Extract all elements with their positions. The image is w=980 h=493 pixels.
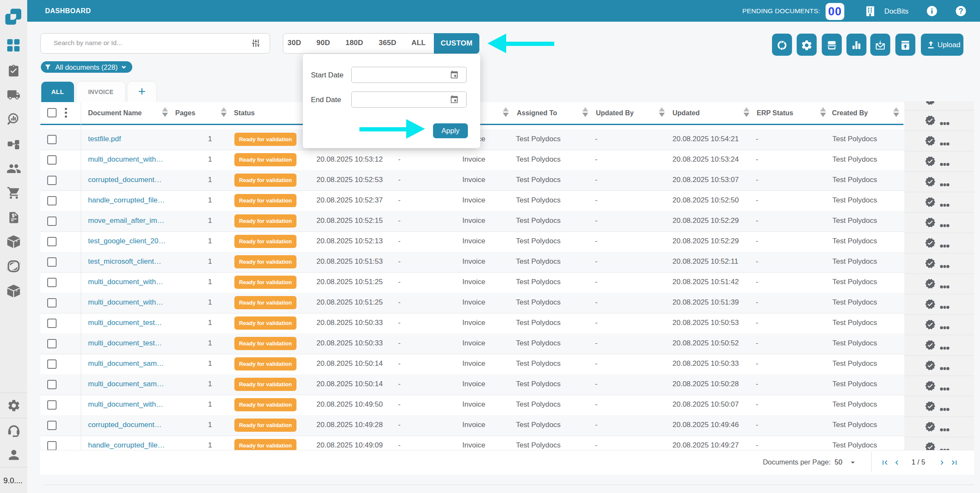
svg-text:?: ? [959, 7, 963, 15]
